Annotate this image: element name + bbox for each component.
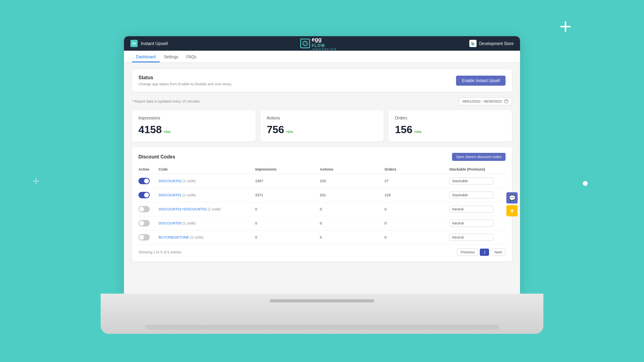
status-card: Status Change app status from Enable to … (132, 69, 512, 92)
brand-sub-label: INNOVATION (312, 48, 337, 51)
cell-actions-2: 0 (320, 207, 385, 211)
cell-active-0 (138, 178, 159, 184)
topbar-right: 🏪 Development Store (469, 40, 514, 47)
table-footer: Showing 1 to 5 of 5 entries Previous 1 N… (138, 249, 506, 256)
discount-title: Discount Codes (138, 154, 175, 160)
toggle-1[interactable] (138, 192, 150, 198)
toggle-4[interactable] (138, 234, 150, 241)
pagination: Previous 1 Next (457, 249, 506, 256)
laptop-base (145, 325, 499, 330)
cell-orders-1: 129 (384, 193, 449, 197)
code-link-0[interactable]: DISCOUNT02 (159, 179, 182, 183)
cell-active-4 (138, 234, 159, 241)
status-info: Status Change app status from Enable to … (138, 75, 232, 86)
stackable-select-4[interactable]: Neutral (449, 234, 493, 241)
code-link-2[interactable]: DISCOUNT01+DISCOUNT02 (159, 207, 206, 211)
brand-name: egg FLOW (312, 37, 337, 48)
cell-impressions-2: 0 (255, 207, 320, 211)
subnav: Dashboard Settings FAQs (124, 51, 520, 63)
calendar-icon (504, 99, 508, 103)
svg-rect-2 (505, 100, 508, 103)
page-1-button[interactable]: 1 (480, 249, 489, 256)
cell-actions-1: 531 (320, 193, 385, 197)
table-body: DISCOUNT02 (1 code) 1587 225 27 Stackabl… (138, 174, 506, 245)
bg-plus-decoration: + (559, 16, 572, 37)
status-title: Status (138, 75, 232, 80)
cell-actions-4: 0 (320, 235, 385, 239)
showing-text: Showing 1 to 5 of 5 entries (138, 250, 182, 254)
subnav-faqs[interactable]: FAQs (182, 55, 200, 62)
cell-stackable-1: Stackable (449, 191, 506, 199)
col-active: Active (138, 167, 159, 171)
stat-impressions-label: Impressions (138, 116, 249, 120)
cell-impressions-0: 1587 (255, 179, 320, 183)
cell-impressions-3: 0 (255, 221, 320, 225)
toggle-3[interactable] (138, 220, 150, 226)
stat-actions-label: Actions (267, 116, 378, 120)
cell-code-3: DISCOUNT03 (1 code) (159, 221, 255, 225)
cell-orders-2: 0 (384, 207, 449, 211)
code-link-1[interactable]: DISCOUNT01 (159, 193, 182, 197)
main-content: Status Change app status from Enable to … (124, 63, 520, 296)
app-container: IU Instant Upsell egg (124, 36, 520, 296)
code-link-4[interactable]: BUYONEGETONE (159, 235, 189, 239)
stackable-select-3[interactable]: Neutral (449, 220, 493, 227)
code-suffix-4: (1 code) (190, 235, 203, 239)
col-code: Code (159, 167, 255, 171)
brand-logo: egg FLOW INNOVATION (300, 37, 337, 51)
cell-stackable-3: Neutral (449, 220, 506, 227)
stackable-select-2[interactable]: Neutral (449, 206, 493, 213)
cell-active-3 (138, 220, 159, 226)
table-row: DISCOUNT03 (1 code) 0 0 0 Neutral (138, 216, 506, 230)
chat-float-button[interactable]: 💬 (506, 192, 518, 204)
col-impressions: Impressions (255, 167, 320, 171)
code-suffix-0: (1 code) (183, 179, 196, 183)
chat-icon: 💬 (509, 195, 516, 201)
stats-row: Impressions 4158 +0% Actions 756 +0% (132, 110, 512, 142)
toggle-2[interactable] (138, 206, 150, 212)
col-orders: Orders (384, 167, 449, 171)
report-update-notice: * Report data is updated every 15 minute… (132, 99, 200, 103)
app-name-label: Instant Upsell (141, 41, 168, 46)
laptop-frame: IU Instant Upsell egg (101, 28, 543, 334)
bg-dot-decoration (583, 181, 588, 186)
stat-orders-label: Orders (395, 116, 506, 120)
heart-float-button[interactable]: ♥ (506, 205, 518, 216)
app-logo-icon: IU (130, 40, 138, 47)
cell-code-2: DISCOUNT01+DISCOUNT02 (1 code) (159, 207, 255, 211)
cell-active-2 (138, 206, 159, 212)
laptop-notch (270, 299, 374, 302)
topbar: IU Instant Upsell egg (124, 36, 520, 51)
brand-icon (300, 39, 310, 48)
cell-orders-4: 0 (384, 235, 449, 239)
enable-upsell-button[interactable]: Enable Instant Upsell (456, 76, 506, 86)
stat-impressions: Impressions 4158 +0% (132, 110, 256, 142)
stackable-select-1[interactable]: Stackable (449, 191, 493, 199)
stat-orders-value: 156 +0% (395, 123, 506, 136)
topbar-center: egg FLOW INNOVATION (300, 37, 337, 51)
subnav-settings[interactable]: Settings (160, 55, 182, 62)
store-label: Development Store (479, 41, 514, 46)
toggle-0[interactable] (138, 178, 150, 184)
stat-orders: Orders 156 +0% (388, 110, 512, 142)
prev-page-button[interactable]: Previous (457, 249, 478, 256)
brand-text-group: egg FLOW INNOVATION (312, 37, 337, 51)
stackable-select-0[interactable]: Stackable (449, 177, 493, 185)
code-link-3[interactable]: DISCOUNT03 (159, 221, 182, 225)
stat-impressions-value: 4158 +0% (138, 123, 249, 136)
cell-orders-0: 27 (384, 179, 449, 183)
cell-stackable-4: Neutral (449, 234, 506, 241)
cell-active-1 (138, 192, 159, 198)
col-actions: Actions (320, 167, 385, 171)
table-row: DISCOUNT01 (1 code) 2571 531 129 Stackab… (138, 188, 506, 202)
subnav-dashboard[interactable]: Dashboard (132, 55, 160, 62)
cell-stackable-2: Neutral (449, 206, 506, 213)
discount-table: Active Code Impressions Actions Orders S… (138, 166, 506, 256)
cell-actions-3: 0 (320, 221, 385, 225)
cell-impressions-1: 2571 (255, 193, 320, 197)
sync-discount-button[interactable]: Sync Store's discount codes (452, 153, 506, 161)
cell-impressions-4: 0 (255, 235, 320, 239)
date-picker[interactable]: 06/01/2022 - 06/30/2022 (459, 97, 512, 105)
table-row: BUYONEGETONE (1 code) 0 0 0 Neutral (138, 230, 506, 245)
next-page-button[interactable]: Next (491, 249, 506, 256)
